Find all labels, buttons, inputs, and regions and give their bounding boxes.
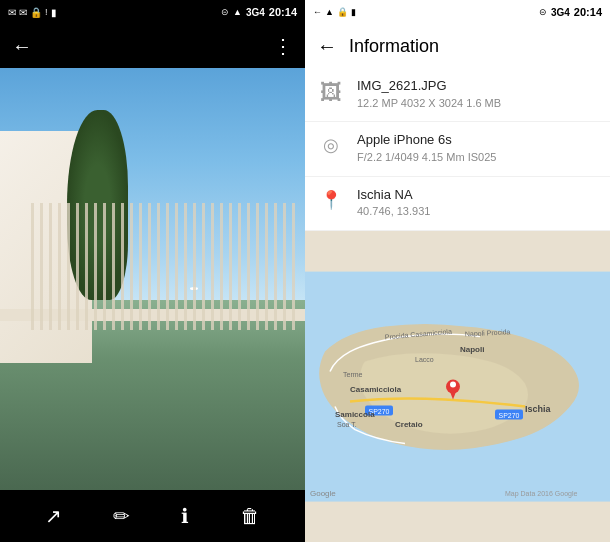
- location-info-section: 📍 Ischia NA 40.746, 13.931: [305, 177, 610, 231]
- right-status-bar: ← ▲ 🔒 ▮ ⊝ 3G4 20:14: [305, 0, 610, 24]
- svg-point-17: [450, 381, 456, 387]
- railing-post: [40, 203, 43, 330]
- svg-text:Google: Google: [310, 488, 336, 497]
- battery-icon: ▮: [51, 7, 57, 18]
- svg-text:Samiccola: Samiccola: [335, 409, 375, 418]
- left-time: 20:14: [269, 6, 297, 18]
- railing-post: [274, 203, 277, 330]
- page-title: Information: [349, 36, 439, 57]
- edit-button[interactable]: ✏: [113, 504, 130, 528]
- camera-info-text: Apple iPhone 6s F/2.2 1/4049 4.15 Mm IS0…: [357, 132, 598, 165]
- right-back-indicator: ←: [313, 7, 322, 17]
- svg-text:Napoli: Napoli: [460, 344, 484, 353]
- railing-post: [238, 203, 241, 330]
- right-toolbar: ← Information: [305, 24, 610, 68]
- map-container[interactable]: SP270 SP270 Casamicciola Terme Samiccola…: [305, 231, 610, 542]
- alert-icon: !: [45, 7, 48, 17]
- svg-text:Soa T.: Soa T.: [337, 420, 357, 427]
- left-status-bar: ✉ ✉ 🔒 ! ▮ ⊝ ▲ 3G4 20:14: [0, 0, 305, 24]
- svg-text:Lacco: Lacco: [415, 355, 434, 362]
- file-info-text: IMG_2621.JPG 12.2 MP 4032 X 3024 1.6 MB: [357, 78, 598, 111]
- photo-scene: [0, 68, 305, 490]
- railing-post: [202, 203, 205, 330]
- photo-container: [0, 68, 305, 490]
- right-status-icons: ← ▲ 🔒 ▮: [313, 7, 356, 17]
- railing-post: [67, 203, 70, 330]
- railing-post: [166, 203, 169, 330]
- railing-post: [76, 203, 79, 330]
- railing-post: [220, 203, 223, 330]
- railing-post: [283, 203, 286, 330]
- railing-post: [58, 203, 61, 330]
- svg-text:Terme: Terme: [343, 370, 363, 377]
- wifi-icon: ▲: [233, 7, 242, 17]
- railing-post: [292, 203, 295, 330]
- more-menu-button[interactable]: ⋮: [273, 34, 293, 58]
- svg-text:Map Data 2016 Google: Map Data 2016 Google: [505, 489, 577, 497]
- camera-details: F/2.2 1/4049 4.15 Mm IS025: [357, 150, 598, 165]
- left-signal-label: 3G4: [246, 7, 265, 18]
- railing-post: [193, 203, 196, 330]
- right-time: 20:14: [574, 6, 602, 18]
- railing-post: [148, 203, 151, 330]
- railing-post: [130, 203, 133, 330]
- railing-posts: [31, 203, 306, 330]
- right-back-button[interactable]: ←: [317, 35, 337, 58]
- svg-text:Cretaio: Cretaio: [395, 419, 423, 428]
- right-signal-label: 3G4: [551, 7, 570, 18]
- railing-post: [265, 203, 268, 330]
- no-signal-icon: ⊝: [221, 7, 229, 17]
- railing-post: [256, 203, 259, 330]
- camera-info-section: ◎ Apple iPhone 6s F/2.2 1/4049 4.15 Mm I…: [305, 122, 610, 176]
- right-panel: ← ▲ 🔒 ▮ ⊝ 3G4 20:14 ← Information 🖼 IMG_…: [305, 0, 610, 542]
- image-icon: 🖼: [317, 80, 345, 106]
- msg-icon: ✉: [8, 7, 16, 18]
- railing-post: [229, 203, 232, 330]
- railing-post: [211, 203, 214, 330]
- file-details: 12.2 MP 4032 X 3024 1.6 MB: [357, 96, 598, 111]
- right-wifi-icon: ▲: [325, 7, 334, 17]
- location-info-text: Ischia NA 40.746, 13.931: [357, 187, 598, 220]
- railing-post: [112, 203, 115, 330]
- right-battery-icon: ▮: [351, 7, 356, 17]
- file-info-section: 🖼 IMG_2621.JPG 12.2 MP 4032 X 3024 1.6 M…: [305, 68, 610, 122]
- right-no-signal-icon: ⊝: [539, 7, 547, 17]
- railing-post: [247, 203, 250, 330]
- left-status-icons: ✉ ✉ 🔒 ! ▮: [8, 7, 57, 18]
- railing-post: [121, 203, 124, 330]
- left-bottom-bar: ↗ ✏ ℹ 🗑: [0, 490, 305, 542]
- camera-icon: ◎: [317, 134, 345, 156]
- svg-text:Ischia: Ischia: [525, 403, 552, 413]
- railing-post: [31, 203, 34, 330]
- location-pin-icon: 📍: [317, 189, 345, 211]
- info-button[interactable]: ℹ: [181, 504, 189, 528]
- railing-post: [139, 203, 142, 330]
- railing-post: [94, 203, 97, 330]
- left-toolbar: ← ⋮: [0, 24, 305, 68]
- lock-icon: 🔒: [30, 7, 42, 18]
- mail-icon: ✉: [19, 7, 27, 18]
- back-button[interactable]: ←: [12, 35, 32, 58]
- right-lock-icon: 🔒: [337, 7, 348, 17]
- railing-post: [49, 203, 52, 330]
- location-name: Ischia NA: [357, 187, 598, 204]
- railing-post: [184, 203, 187, 330]
- left-panel: ✉ ✉ 🔒 ! ▮ ⊝ ▲ 3G4 20:14 ← ⋮: [0, 0, 305, 542]
- svg-text:SP270: SP270: [498, 411, 519, 418]
- share-button[interactable]: ↗: [45, 504, 62, 528]
- file-name: IMG_2621.JPG: [357, 78, 598, 95]
- railing-post: [103, 203, 106, 330]
- camera-name: Apple iPhone 6s: [357, 132, 598, 149]
- map-svg: SP270 SP270 Casamicciola Terme Samiccola…: [305, 231, 610, 542]
- railing-post: [157, 203, 160, 330]
- railing-post: [175, 203, 178, 330]
- location-coords: 40.746, 13.931: [357, 204, 598, 219]
- svg-text:Casamicciola: Casamicciola: [350, 384, 402, 393]
- delete-button[interactable]: 🗑: [240, 505, 260, 528]
- railing-post: [85, 203, 88, 330]
